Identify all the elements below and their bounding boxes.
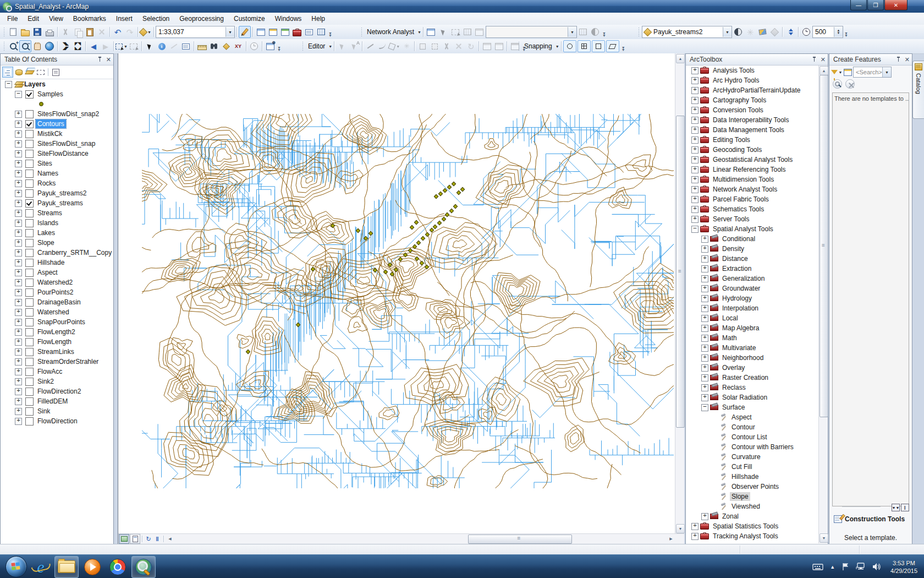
- visibility-checkbox[interactable]: [25, 259, 34, 267]
- toc-options-button[interactable]: [50, 67, 61, 78]
- minimize-button[interactable]: —: [850, 0, 867, 10]
- select-features-tool[interactable]: ▼: [116, 40, 128, 52]
- toolbox-item-generalization[interactable]: +Generalization: [686, 274, 818, 283]
- toc-layer-SitesFlowDist_snap[interactable]: +SitesFlowDist_snap: [1, 139, 113, 149]
- visibility-checkbox[interactable]: [25, 288, 34, 297]
- fixed-zoom-out-button[interactable]: ◤◥◣◢: [72, 40, 84, 52]
- viewer-window-button[interactable]: ⊕: [264, 40, 276, 52]
- tool-label[interactable]: Multidimension Tools: [711, 175, 776, 184]
- expand-toggle[interactable]: +: [701, 355, 708, 362]
- expand-toggle[interactable]: +: [15, 180, 22, 187]
- expand-toggle[interactable]: +: [701, 265, 708, 272]
- toc-layer-Rocks[interactable]: +Rocks: [1, 178, 113, 188]
- toolbox-item-observer-points[interactable]: Observer Points: [686, 482, 818, 492]
- flicker-button[interactable]: [784, 26, 796, 38]
- back-extent-button[interactable]: ◀: [87, 40, 100, 52]
- close-button[interactable]: ✕: [884, 0, 908, 10]
- layer-label[interactable]: StreamLinks: [36, 347, 76, 356]
- catalog-tab[interactable]: Catalog: [912, 61, 924, 119]
- menu-item-geoprocessing[interactable]: Geoprocessing: [174, 13, 229, 25]
- visibility-checkbox[interactable]: [25, 338, 34, 346]
- visibility-checkbox[interactable]: [25, 199, 34, 208]
- tool-label[interactable]: Contour: [730, 423, 757, 432]
- expand-toggle[interactable]: +: [15, 259, 22, 266]
- taskbar-media-player-icon[interactable]: [81, 557, 104, 577]
- map-canvas[interactable]: [118, 53, 675, 534]
- sample-point-marker[interactable]: [460, 187, 464, 191]
- toolbox-item-spatial-analyst-tools[interactable]: −Spatial Analyst Tools: [686, 224, 818, 234]
- expand-toggle[interactable]: +: [701, 513, 708, 520]
- toc-layer-Sink[interactable]: +Sink: [1, 406, 113, 416]
- expand-toggle[interactable]: +: [15, 220, 22, 227]
- toolbox-item-contour-list[interactable]: Contour List: [686, 432, 818, 442]
- expand-toggle[interactable]: +: [15, 269, 22, 276]
- visibility-checkbox[interactable]: [25, 130, 34, 138]
- redo-button[interactable]: ↷: [124, 26, 136, 38]
- sample-point-marker[interactable]: [445, 212, 449, 216]
- toc-root-layers[interactable]: −Layers: [1, 79, 113, 89]
- catalog-window-button[interactable]: [267, 26, 279, 38]
- measure-tool[interactable]: [196, 40, 208, 52]
- sample-point-marker[interactable]: [434, 194, 438, 198]
- expand-toggle[interactable]: +: [701, 305, 708, 312]
- visibility-checkbox[interactable]: [25, 189, 34, 198]
- expand-toggle[interactable]: +: [701, 315, 708, 322]
- python-window-button[interactable]: [303, 26, 315, 38]
- toc-layer-DrainageBasin[interactable]: +DrainageBasin: [1, 297, 113, 307]
- expand-toggle[interactable]: +: [15, 329, 22, 336]
- transparency-button[interactable]: [768, 26, 780, 38]
- toolbox-item-schematics-tools[interactable]: +Schematics Tools: [686, 204, 818, 214]
- menu-item-windows[interactable]: Windows: [270, 13, 307, 25]
- expand-toggle[interactable]: +: [15, 378, 22, 385]
- sample-point-marker[interactable]: [457, 190, 460, 194]
- toolbox-item-surface[interactable]: −Surface: [686, 402, 818, 412]
- tool-label[interactable]: Generalization: [721, 274, 766, 283]
- attributes-window-button[interactable]: [481, 40, 493, 52]
- toc-layer-Watershed[interactable]: +Watershed: [1, 307, 113, 317]
- toolbox-item-geocoding-tools[interactable]: +Geocoding Tools: [686, 145, 818, 155]
- tool-label[interactable]: Cartography Tools: [711, 96, 768, 105]
- visibility-checkbox[interactable]: [25, 150, 34, 158]
- copy-button[interactable]: [72, 26, 84, 38]
- tool-label[interactable]: Contour with Barriers: [730, 443, 795, 451]
- toc-layer-Watershed2[interactable]: +Watershed2: [1, 277, 113, 287]
- data-view-button[interactable]: [119, 534, 129, 544]
- tool-label[interactable]: Neighborhood: [721, 353, 765, 362]
- tool-label[interactable]: Observer Points: [730, 482, 780, 491]
- expand-toggle[interactable]: +: [691, 97, 698, 104]
- trace-tool[interactable]: ▼: [388, 40, 400, 52]
- keyboard-icon[interactable]: [812, 563, 823, 571]
- tool-label[interactable]: Distance: [721, 254, 750, 263]
- menu-item-view[interactable]: View: [44, 13, 68, 25]
- expand-toggle[interactable]: +: [701, 255, 708, 263]
- expand-toggle[interactable]: +: [701, 384, 708, 391]
- layer-label[interactable]: Hillshade: [36, 258, 66, 267]
- toolbox-item-multivariate[interactable]: +Multivariate: [686, 343, 818, 353]
- refresh-view-button[interactable]: ↻: [144, 535, 153, 543]
- sample-point-marker[interactable]: [373, 268, 377, 272]
- scroll-up-button[interactable]: ▲: [676, 54, 685, 63]
- layer-label[interactable]: Payuk_streams2: [36, 189, 88, 198]
- expand-toggle[interactable]: +: [701, 325, 708, 332]
- toolbar-overflow[interactable]: ▼▼: [327, 26, 333, 39]
- toolbox-item-neighborhood[interactable]: +Neighborhood: [686, 353, 818, 363]
- layer-label[interactable]: SitesFlowDist_snap2: [36, 110, 101, 118]
- tool-label[interactable]: Linear Referencing Tools: [711, 165, 788, 174]
- map-scale-combo[interactable]: 1:33,037 ▼: [156, 26, 235, 38]
- toolbox-item-contour-with-barriers[interactable]: Contour with Barriers: [686, 442, 818, 452]
- toolbox-item-overlay[interactable]: +Overlay: [686, 363, 818, 373]
- target-layer-combo[interactable]: Payuk_streams2 ▼: [642, 26, 732, 38]
- toolbox-item-extraction[interactable]: +Extraction: [686, 264, 818, 274]
- toolbar-grip[interactable]: [518, 41, 520, 51]
- visibility-checkbox[interactable]: [25, 160, 34, 168]
- visibility-checkbox[interactable]: [25, 90, 34, 99]
- toolbar-grip[interactable]: [301, 41, 304, 51]
- solve-options-button[interactable]: [589, 26, 601, 38]
- toolbox-item-density[interactable]: +Density: [686, 244, 818, 254]
- expand-toggle[interactable]: +: [691, 127, 698, 134]
- visibility-checkbox[interactable]: [25, 417, 34, 426]
- arctoolbox-scrollbar[interactable]: ▲ ▼: [818, 66, 828, 543]
- visibility-checkbox[interactable]: [25, 269, 34, 277]
- expand-toggle[interactable]: +: [15, 111, 22, 118]
- tool-label[interactable]: Editing Tools: [711, 135, 752, 144]
